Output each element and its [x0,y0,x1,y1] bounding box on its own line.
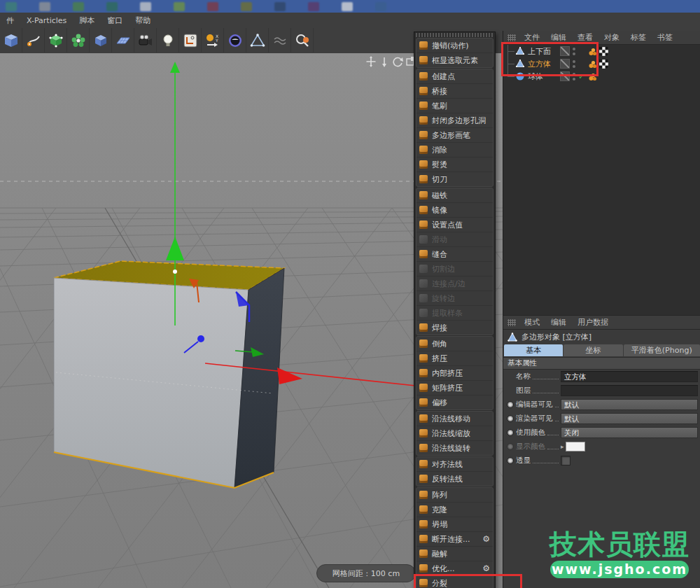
name-input[interactable]: 立方体 [561,371,698,382]
menu-item-dissolve[interactable]: 消除 [416,143,493,158]
deformer-disabled-button[interactable] [269,28,291,52]
menu-item-brush[interactable]: 笔刷 [416,99,493,113]
object-name[interactable]: 上下面 [528,46,560,57]
menu-item-align-normals[interactable]: 对齐法线 [416,457,493,472]
om-menu-2[interactable]: 查看 [572,32,598,43]
render-visible-dropdown[interactable]: 默认 [561,413,698,424]
tab-基本[interactable]: 基本 [504,344,563,356]
tab-坐标[interactable]: 坐标 [564,344,622,356]
visibility-dots[interactable] [573,48,575,55]
render-settings-button[interactable] [291,28,314,52]
enabled-check-icon[interactable]: ✓ [578,72,587,81]
menu-item-stitch-and-sew[interactable]: 缝合 [416,247,493,262]
render-view-button[interactable] [224,28,246,52]
om-menu-4[interactable]: 标签 [625,32,652,43]
menu-item-melt[interactable]: 融解 [416,547,493,561]
menu-item-array[interactable]: 阵列 [416,488,493,503]
menu-item-knife[interactable]: 切刀 [416,172,493,186]
animation-dot-icon[interactable] [507,443,514,450]
phong-tag-icon[interactable] [588,47,597,56]
menu-item-bridge[interactable]: 桥接 [416,84,493,99]
editor-visible-dropdown[interactable]: 默认 [561,399,698,410]
panel-handle-icon[interactable] [507,319,516,326]
om-menu-3[interactable]: 对象 [598,32,625,43]
visibility-dots[interactable] [573,73,575,80]
cube-primitive-button[interactable] [0,28,22,52]
menu-item-weld[interactable]: 焊接 [416,321,493,335]
phong-tag-icon[interactable] [588,59,597,69]
z-axis-ball[interactable] [197,335,204,342]
texture-tag-icon[interactable] [599,59,608,69]
menubar-item-2[interactable]: 脚本 [73,15,101,26]
am-menu-2[interactable]: 用户数据 [572,317,614,328]
object-row-球体[interactable]: 球体✓ [503,70,700,83]
menu-item-frame-selected-elements[interactable]: 框显选取元素 [416,53,493,67]
animation-dot-icon[interactable] [507,415,514,422]
light-bulb-button[interactable] [157,28,179,52]
layer-toggle-icon[interactable] [560,71,570,81]
polygon-object-icon[interactable] [515,46,525,56]
section-header[interactable]: 基本属性 [503,357,700,370]
gizmo-center-handle[interactable] [173,270,177,274]
object-row-立方体[interactable]: 立方体 [503,57,700,70]
viewport-rotate-icon[interactable] [392,56,403,67]
sphere-object-icon[interactable] [515,71,525,81]
display-color-swatch[interactable] [566,442,585,451]
animation-dot-icon[interactable] [507,429,514,436]
menu-item-split[interactable]: 分裂 [416,576,493,588]
menu-item-bevel[interactable]: 倒角 [416,337,493,351]
menu-item-reverse-normals[interactable]: 反转法线 [416,472,493,486]
object-row-上下面[interactable]: 上下面 [503,45,700,57]
expand-arrow-icon[interactable]: ▸ [561,443,564,450]
options-gear-icon[interactable]: ⚙ [482,564,490,573]
menu-item-scale-along-normals[interactable]: 沿法线缩放 [416,426,493,441]
polygon-mode-button[interactable] [246,28,269,52]
plane-grid-button[interactable] [112,28,134,52]
animation-dot-icon[interactable] [507,401,514,408]
menu-item-disconnect[interactable]: 断开连接...⚙ [416,532,493,547]
am-menu-0[interactable]: 模式 [519,317,545,328]
array-flower-button[interactable] [67,28,90,52]
viewport-zoom-icon[interactable] [379,56,390,67]
menu-item-polygon-pen[interactable]: 多边形画笔 [416,128,493,143]
cube-front-face[interactable] [54,278,248,488]
menu-item-undo-action[interactable]: 撤销(动作) [416,38,493,53]
menu-item-mirror[interactable]: 镜像 [416,203,493,218]
om-menu-5[interactable]: 书签 [652,32,678,43]
menu-item-optimize[interactable]: 优化...⚙ [416,561,493,576]
menu-item-extrude-inner[interactable]: 内部挤压 [416,366,493,381]
menu-item-rotate-along-normals[interactable]: 沿法线旋转 [416,441,493,455]
texture-tag-icon[interactable] [599,47,608,56]
menubar-item-3[interactable]: 窗口 [101,15,129,26]
menu-item-close-polygon-hole[interactable]: 封闭多边形孔洞 [416,113,493,128]
object-name[interactable]: 球体 [528,71,560,82]
tab-平滑着色(Phong)[interactable]: 平滑着色(Phong) [624,344,700,356]
menu-item-matrix-extrude[interactable]: 矩阵挤压 [416,381,493,396]
om-menu-0[interactable]: 文件 [519,32,545,43]
menu-item-extrude[interactable]: 挤压 [416,351,493,366]
menu-item-smooth-shift[interactable]: 偏移 [416,396,493,410]
camera-button[interactable] [134,28,157,52]
layer-toggle-icon[interactable] [560,46,570,56]
menu-item-iron[interactable]: 熨烫 [416,158,493,172]
menu-item-magnet[interactable]: 磁铁 [416,188,493,203]
polygon-object-icon[interactable] [515,59,525,69]
layer-input[interactable] [561,385,698,396]
am-menu-1[interactable]: 编辑 [545,317,572,328]
menu-item-create-point[interactable]: 创建点 [416,69,493,84]
animation-dot-icon[interactable] [507,457,514,464]
visibility-dots[interactable] [573,60,575,68]
workplane-button[interactable] [179,28,202,52]
use-color-dropdown[interactable]: 关闭 [561,427,698,438]
panel-handle-icon[interactable] [507,34,516,41]
options-gear-icon[interactable]: ⚙ [482,535,490,543]
menu-item-move-along-normals[interactable]: 沿法线移动 [416,412,493,426]
axis-xyz-button[interactable]: XY [202,28,224,52]
phong-tag-icon[interactable] [588,72,597,81]
menubar-item-0[interactable]: 件 [0,15,20,26]
menubar-item-4[interactable]: 帮助 [129,15,157,26]
menu-item-set-point-value[interactable]: 设置点值 [416,218,493,232]
menu-drag-handle[interactable] [416,33,493,37]
om-menu-1[interactable]: 编辑 [545,32,572,43]
viewport-pan-icon[interactable] [365,56,377,67]
